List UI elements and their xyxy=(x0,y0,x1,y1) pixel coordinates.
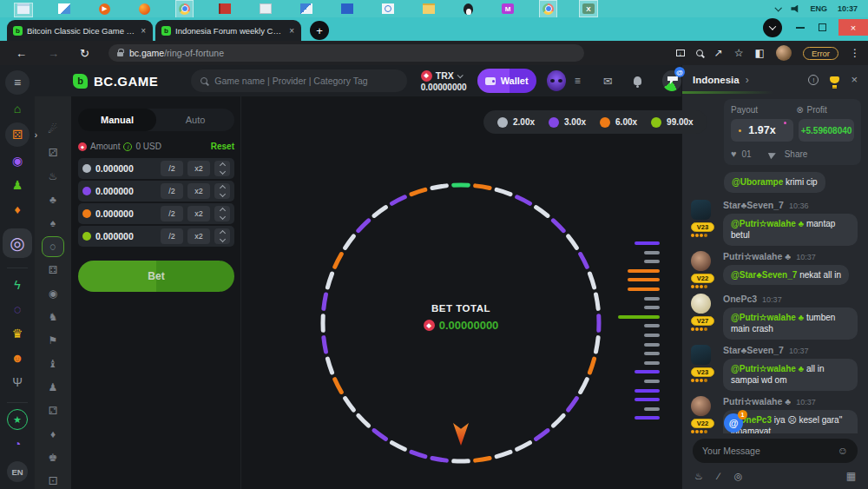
emoji-icon[interactable]: ☺ xyxy=(838,445,848,457)
keyboard-language[interactable]: ENG xyxy=(810,4,827,13)
rail-game-ring-of-fortune[interactable]: ◌ xyxy=(42,236,64,257)
tray-expand-icon[interactable] xyxy=(775,4,782,11)
video-app-icon[interactable] xyxy=(341,3,353,14)
avatar[interactable] xyxy=(691,396,711,416)
clock[interactable]: 10:37 xyxy=(838,4,858,13)
info-icon[interactable]: i xyxy=(123,142,132,151)
close-button[interactable]: × xyxy=(838,19,868,36)
half-button[interactable]: /2 xyxy=(161,161,183,176)
share-icon[interactable] xyxy=(768,149,780,159)
bet-button[interactable]: Bet xyxy=(78,261,234,292)
avatar[interactable] xyxy=(691,200,711,220)
reset-button[interactable]: Reset xyxy=(211,142,234,151)
party-icon[interactable]: ☻ xyxy=(7,347,28,368)
amount-stepper[interactable] xyxy=(214,183,230,199)
firefox-icon[interactable] xyxy=(139,3,150,15)
trophy-icon[interactable] xyxy=(830,76,839,83)
chevron-right-icon[interactable]: › xyxy=(746,74,749,86)
double-button[interactable]: x2 xyxy=(187,183,210,199)
username[interactable]: Putri☆walahe ♣ xyxy=(723,251,791,261)
recent-icon[interactable]: ◔ xyxy=(7,433,28,454)
rail-game-icon[interactable]: ☄ xyxy=(42,122,64,136)
notes-icon[interactable] xyxy=(260,3,272,14)
mention-link[interactable]: @Putri☆walahe ♣ xyxy=(731,313,804,322)
chrome-icon[interactable] xyxy=(179,3,190,15)
rail-game-icon[interactable]: ♣ xyxy=(42,193,64,207)
search-input[interactable] xyxy=(214,76,397,86)
book-icon[interactable] xyxy=(219,3,231,14)
avatar[interactable] xyxy=(691,294,711,314)
double-button[interactable]: x2 xyxy=(187,228,210,244)
folder-icon[interactable] xyxy=(423,3,435,14)
photos-icon[interactable] xyxy=(58,3,70,14)
language-button[interactable]: EN xyxy=(7,461,28,482)
half-button[interactable]: /2 xyxy=(161,228,183,244)
install-icon[interactable]: ↓ xyxy=(676,50,685,56)
notifications-bell-icon[interactable] xyxy=(634,76,641,85)
search-app-icon[interactable] xyxy=(382,3,394,14)
share-label[interactable]: Share xyxy=(785,149,808,159)
vip-crown-icon[interactable]: ♛ xyxy=(7,323,28,344)
browser-tab[interactable]: bIndonesia Forum weekly Challeng× xyxy=(155,20,301,41)
star-program-icon[interactable]: ★ xyxy=(7,409,28,430)
rail-game-icon[interactable]: ⚃ xyxy=(42,263,64,277)
bet-amount-value[interactable]: 0.000000 xyxy=(95,163,156,174)
avatar[interactable] xyxy=(691,251,711,271)
rail-game-icon[interactable]: ♨ xyxy=(42,169,64,183)
rail-game-icon[interactable]: ♟ xyxy=(42,380,64,394)
tab-manual[interactable]: Manual xyxy=(78,109,156,131)
affiliate-icon[interactable]: Ψ xyxy=(7,372,28,393)
roulette-icon[interactable]: ◌ xyxy=(7,299,28,320)
amount-stepper[interactable] xyxy=(214,228,230,244)
paint-app-icon[interactable] xyxy=(300,3,312,14)
like-icon[interactable]: ♥ xyxy=(731,149,737,159)
new-tab-button[interactable]: + xyxy=(310,21,329,40)
user-avatar[interactable] xyxy=(547,70,566,91)
tab-auto[interactable]: Auto xyxy=(156,115,234,125)
inbox-icon[interactable]: ✉ xyxy=(603,75,613,88)
casino-chip-icon[interactable]: ◉ xyxy=(7,150,28,171)
bet-amount-value[interactable]: 0.000000 xyxy=(95,231,156,241)
chrome-2-icon[interactable] xyxy=(542,3,554,15)
mention-link[interactable]: @Uborampe xyxy=(732,177,783,187)
browser-menu-icon[interactable]: ⋮ xyxy=(850,47,860,59)
keyboard-icon[interactable]: ▦ xyxy=(846,470,856,482)
bets-list-icon[interactable]: ≡ xyxy=(575,75,581,87)
coin-rain-icon[interactable]: ♨ xyxy=(694,471,703,482)
game-search[interactable] xyxy=(191,69,406,92)
balance-selector[interactable]: ◆ TRX 0.00000000 xyxy=(421,70,467,92)
rail-game-icon[interactable]: ♠ xyxy=(42,216,64,230)
half-button[interactable]: /2 xyxy=(161,206,183,221)
rail-game-icon[interactable]: ⚑ xyxy=(42,334,64,347)
address-bar[interactable]: bc.game/ring-of-fortune xyxy=(108,44,584,62)
volume-icon[interactable] xyxy=(791,5,799,13)
rail-game-icon[interactable]: ♝ xyxy=(42,357,64,371)
lottery-icon[interactable]: ♦ xyxy=(7,199,28,220)
excel-icon[interactable]: X xyxy=(582,3,595,14)
username[interactable]: Putri☆walahe ♣ xyxy=(723,396,791,406)
bookmark-star-icon[interactable]: ☆ xyxy=(734,47,744,59)
bet-amount-value[interactable]: 0.000000 xyxy=(95,208,156,219)
amount-stepper[interactable] xyxy=(214,206,230,221)
command-slash-icon[interactable]: ∕ xyxy=(718,471,720,481)
tab-close-icon[interactable]: × xyxy=(140,26,147,36)
browser-profile-avatar[interactable] xyxy=(776,45,792,61)
double-button[interactable]: x2 xyxy=(187,206,210,221)
back-icon[interactable]: ← xyxy=(16,47,27,60)
media-player-icon[interactable]: ▶ xyxy=(99,3,110,15)
chat-rules-icon[interactable]: ! xyxy=(808,75,819,85)
rail-game-icon[interactable]: ◉ xyxy=(42,287,64,301)
username[interactable]: OnePc3 xyxy=(723,294,757,304)
chat-message-input[interactable] xyxy=(702,446,831,456)
rail-game-icon[interactable]: ♚ xyxy=(42,451,64,465)
file-explorer-icon[interactable] xyxy=(17,3,30,14)
bcgame-logo[interactable]: b BC.GAME xyxy=(73,74,158,89)
mention-jump-button[interactable]: @ 1 xyxy=(724,413,743,433)
error-badge[interactable]: Error xyxy=(803,47,838,60)
rail-game-icon[interactable]: ⚂ xyxy=(42,146,64,160)
username[interactable]: Star♣Seven_7 xyxy=(723,200,784,210)
chat-channel[interactable]: Indonesia xyxy=(693,75,740,85)
avatar[interactable] xyxy=(691,345,711,365)
profile-chevron-icon[interactable] xyxy=(763,18,782,37)
dice-game-icon[interactable]: ⚄› xyxy=(5,122,30,147)
